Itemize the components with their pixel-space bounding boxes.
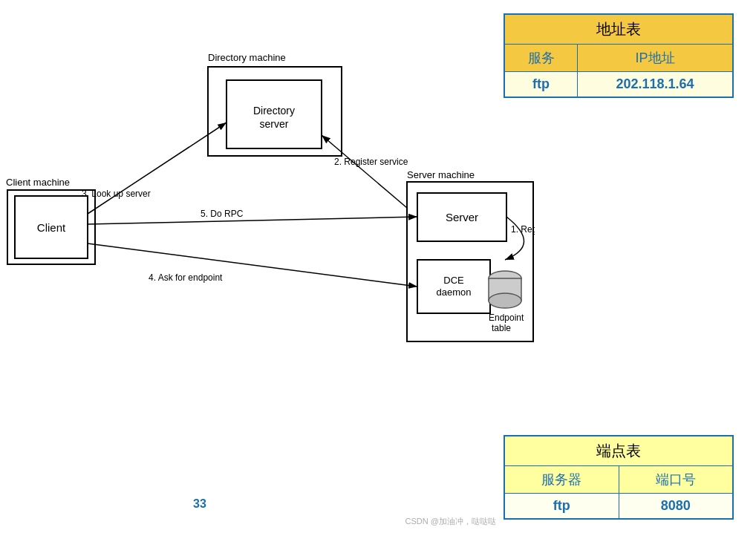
ep-table-row1-col2: 8080 [619, 494, 733, 520]
server-machine-label: Server machine [407, 169, 475, 180]
addr-table-title: 地址表 [504, 14, 733, 45]
endpoint-table-label-line1: Endpoint [489, 313, 524, 323]
addr-table-row1-col2: 202.118.1.64 [578, 72, 733, 98]
dir-server-text-line1: Directory [253, 105, 295, 117]
client-machine-label: Client machine [6, 177, 70, 188]
ep-table-title: 端点表 [504, 436, 733, 466]
dce-text-line2: daemon [437, 287, 472, 298]
arrow5-path [88, 217, 417, 224]
arrow4-label: 4. Ask for endpoint [149, 272, 223, 283]
ep-table-row1-col1: ftp [504, 494, 619, 520]
endpoint-table-label-line2: table [492, 323, 511, 333]
address-table: 地址表 服务 IP地址 ftp 202.118.1.64 [504, 13, 734, 98]
arrow2-label: 2. Register service [334, 157, 408, 167]
addr-table-col2: IP地址 [578, 45, 733, 72]
client-text: Client [37, 221, 66, 234]
arrow1-label: 1. Register endpoint [511, 224, 535, 235]
ep-table-col2: 端口号 [619, 466, 733, 494]
endpoint-table: 端点表 服务器 端口号 ftp 8080 [504, 435, 734, 520]
drum-bottom [489, 293, 521, 308]
watermark: CSDN @加油冲，哒哒哒 [405, 516, 496, 527]
dce-text-line1: DCE [443, 275, 464, 286]
dir-machine-label: Directory machine [208, 52, 286, 63]
arrow2-path [322, 135, 407, 208]
arrow3-label: 3. Look up server [82, 189, 151, 199]
page-number: 33 [193, 497, 206, 511]
diagram-svg: Directory server Client Server DCE daemo… [0, 45, 535, 483]
dir-server-text-line2: server [260, 118, 289, 130]
arrow5-label: 5. Do RPC [201, 209, 244, 219]
arrow4-path [88, 243, 417, 287]
server-text: Server [446, 211, 478, 223]
arrow3-path [88, 122, 227, 214]
